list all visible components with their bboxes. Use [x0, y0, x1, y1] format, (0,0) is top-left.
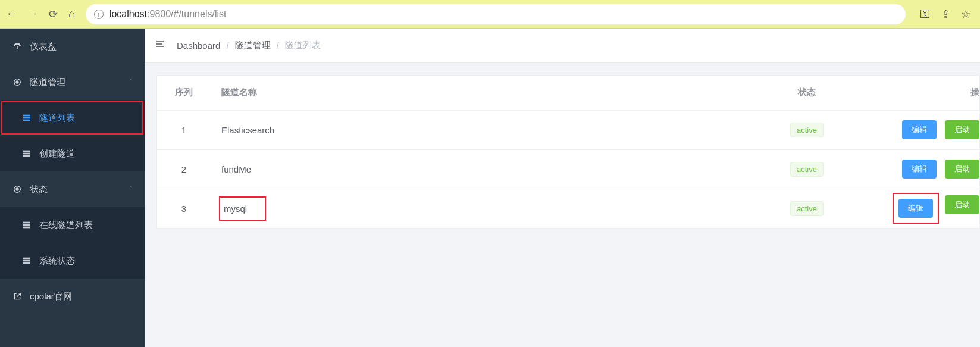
edit-button[interactable]: 编辑 [902, 160, 937, 179]
svg-point-9 [16, 188, 18, 190]
svg-rect-3 [23, 117, 30, 119]
tunnel-table: 序列 隧道名称 状态 操 1 Elasticsearch active 编 [157, 76, 979, 229]
svg-rect-15 [23, 262, 30, 264]
svg-rect-7 [23, 155, 30, 157]
cell-index: 2 [157, 149, 211, 189]
sidebar-item-label: 在线隧道列表 [39, 220, 93, 231]
url-path: :9800/#/tunnels/list [147, 9, 226, 20]
breadcrumb: Dashboard / 隧道管理 / 隧道列表 [177, 40, 321, 51]
chevron-up-icon: ˄ [129, 78, 133, 86]
home-icon[interactable]: ⌂ [68, 8, 75, 20]
start-button[interactable]: 启动 [945, 195, 979, 214]
svg-rect-5 [23, 151, 30, 152]
edit-button[interactable]: 编辑 [902, 120, 937, 139]
sidebar-item-system-status[interactable]: 系统状态 [0, 243, 145, 279]
tunnel-table-card: 序列 隧道名称 状态 操 1 Elasticsearch active 编 [156, 75, 980, 229]
breadcrumb-dashboard[interactable]: Dashboard [177, 40, 220, 51]
start-button[interactable]: 启动 [945, 120, 979, 139]
sidebar-item-label: 仪表盘 [30, 41, 57, 52]
sidebar-item-create-tunnel[interactable]: 创建隧道 [0, 136, 145, 171]
address-bar[interactable]: i localhost:9800/#/tunnels/list [86, 4, 906, 24]
share-icon[interactable]: ⇪ [941, 8, 950, 21]
table-row: 2 fundMe active 编辑 启动 [157, 149, 979, 189]
svg-rect-2 [23, 115, 30, 117]
sidebar-item-label: 隧道列表 [39, 112, 75, 124]
table-row: 3 mysql active 编辑 启动 [157, 189, 979, 228]
svg-rect-14 [23, 260, 30, 262]
site-info-icon[interactable]: i [94, 10, 104, 19]
th-index: 序列 [157, 76, 211, 110]
status-badge: active [790, 123, 824, 137]
status-badge: active [790, 162, 824, 177]
sidebar-item-label: cpolar官网 [30, 291, 72, 302]
sidebar: 仪表盘 隧道管理 ˄ 隧道列表 创建隧道 状态 ˄ [0, 29, 145, 347]
status-badge: active [790, 201, 824, 216]
breadcrumb-tunnel-mgmt[interactable]: 隧道管理 [235, 40, 271, 51]
hamburger-icon[interactable] [155, 39, 165, 52]
cell-name: Elasticsearch [211, 110, 765, 149]
sidebar-item-label: 隧道管理 [30, 77, 65, 88]
dashboard-icon [12, 42, 23, 51]
sidebar-item-status[interactable]: 状态 ˄ [0, 171, 145, 207]
target-icon [12, 185, 23, 194]
svg-rect-11 [23, 224, 30, 226]
sidebar-item-tunnel-list[interactable]: 隧道列表 [0, 100, 145, 136]
sidebar-item-online-tunnels[interactable]: 在线隧道列表 [0, 207, 145, 243]
external-link-icon [12, 292, 23, 301]
cell-index: 3 [157, 189, 211, 228]
svg-rect-12 [23, 227, 30, 229]
sidebar-item-dashboard[interactable]: 仪表盘 [0, 29, 145, 64]
sidebar-item-label: 系统状态 [39, 255, 75, 267]
svg-rect-13 [23, 258, 30, 260]
svg-point-1 [16, 81, 18, 83]
browser-chrome: ← → ⟳ ⌂ i localhost:9800/#/tunnels/list … [0, 0, 980, 29]
grid-icon [21, 220, 32, 230]
grid-icon [21, 149, 32, 158]
th-ops: 操 [849, 76, 979, 110]
table-row: 1 Elasticsearch active 编辑 启动 [157, 110, 979, 149]
forward-icon[interactable]: → [27, 8, 38, 20]
breadcrumb-sep: / [226, 40, 228, 51]
grid-icon [21, 256, 32, 265]
reload-icon[interactable]: ⟳ [49, 8, 58, 21]
target-icon [12, 77, 23, 87]
sidebar-item-label: 创建隧道 [39, 148, 75, 160]
grid-icon [21, 113, 32, 123]
chevron-up-icon: ˄ [129, 185, 133, 193]
sidebar-item-tunnel-mgmt[interactable]: 隧道管理 ˄ [0, 64, 145, 100]
svg-rect-6 [23, 153, 30, 155]
bookmark-icon[interactable]: ☆ [961, 8, 970, 21]
url-host: localhost [109, 9, 147, 20]
th-status: 状态 [765, 76, 849, 110]
cell-name: mysql [221, 199, 264, 218]
th-name: 隧道名称 [211, 76, 765, 110]
svg-rect-4 [23, 120, 30, 121]
cell-name: fundMe [211, 149, 765, 189]
key-icon[interactable]: ⚿ [920, 8, 931, 21]
sidebar-item-label: 状态 [30, 184, 48, 195]
cell-index: 1 [157, 110, 211, 149]
sidebar-item-cpolar-site[interactable]: cpolar官网 [0, 279, 145, 314]
topbar: Dashboard / 隧道管理 / 隧道列表 [145, 29, 980, 63]
breadcrumb-sep: / [277, 40, 279, 51]
breadcrumb-tunnel-list: 隧道列表 [285, 40, 321, 51]
edit-button[interactable]: 编辑 [898, 199, 933, 218]
back-icon[interactable]: ← [6, 8, 17, 20]
start-button[interactable]: 启动 [945, 160, 979, 179]
main: Dashboard / 隧道管理 / 隧道列表 序列 隧道名称 状态 操 [145, 29, 980, 347]
svg-rect-10 [23, 222, 30, 224]
